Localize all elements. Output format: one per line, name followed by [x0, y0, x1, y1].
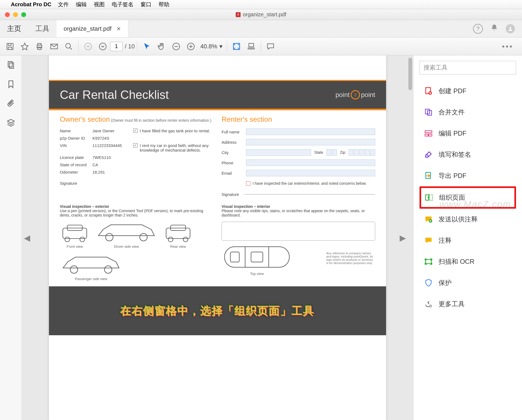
tool-scan-ocr[interactable]: 扫描和 OCR [420, 251, 516, 272]
svg-point-24 [183, 237, 188, 242]
comment-icon[interactable] [263, 39, 278, 54]
selection-tool-icon[interactable] [139, 39, 154, 54]
owner-label-odo: Odometer [60, 170, 92, 174]
user-avatar-icon[interactable] [506, 24, 515, 33]
owner-label-id: p2p Owner ID [60, 136, 92, 140]
maximize-window-button[interactable] [21, 12, 26, 17]
layers-icon[interactable] [7, 119, 15, 129]
tutorial-caption: 在右侧窗格中，选择「组织页面」工具 [120, 303, 315, 318]
menu-help[interactable]: 帮助 [159, 1, 169, 8]
zip-box[interactable] [359, 149, 364, 156]
tool-organize-pages[interactable]: 组织页面 [420, 186, 516, 209]
fit-page-icon[interactable] [229, 39, 244, 54]
menu-file[interactable]: 文件 [58, 1, 69, 8]
help-icon[interactable]: ? [473, 24, 483, 34]
renter-label-address: Address [222, 140, 246, 145]
close-tab-icon[interactable]: ✕ [116, 26, 121, 32]
visual-exterior: Visual inspection – exterior Use a pen (… [60, 204, 213, 281]
renter-fullname-field[interactable] [246, 128, 375, 135]
tool-export-pdf[interactable]: 导出 PDF [420, 165, 516, 186]
svg-rect-14 [10, 63, 14, 68]
car-passenger-label: Passenger side view [75, 277, 107, 281]
document-tabbar: 主页 工具 organize_start.pdf ✕ ? [0, 20, 522, 37]
zoom-select[interactable]: 40.8% ▾ [198, 43, 225, 50]
tool-edit-pdf[interactable]: 编辑 PDF [420, 123, 516, 144]
owner-label-name: Name [60, 128, 92, 133]
close-window-button[interactable] [5, 12, 10, 17]
menu-window[interactable]: 窗口 [141, 1, 151, 8]
svg-rect-41 [429, 195, 432, 200]
svg-point-26 [104, 266, 112, 273]
menu-sign[interactable]: 电子签名 [112, 1, 133, 8]
attachment-icon[interactable] [7, 99, 15, 109]
save-icon[interactable] [3, 39, 17, 54]
owner-value-plate: 7WES110 [92, 155, 133, 160]
chevron-down-icon: ▾ [219, 43, 222, 50]
hand-tool-icon[interactable] [154, 39, 169, 54]
tab-document-active[interactable]: organize_start.pdf ✕ [57, 20, 128, 37]
svg-rect-36 [425, 131, 432, 133]
more-icon[interactable]: ••• [500, 39, 515, 54]
tool-more[interactable]: 更多工具 [420, 293, 516, 315]
collapse-right-panel-icon[interactable]: ▶ [399, 230, 407, 246]
search-icon[interactable] [61, 39, 76, 54]
search-tools-input[interactable]: 搜索工具 [420, 61, 516, 74]
svg-point-8 [100, 43, 106, 50]
renter-address-field[interactable] [246, 139, 375, 145]
vertical-scrollbar[interactable] [408, 58, 412, 90]
expand-left-panel-icon[interactable]: ◀ [23, 230, 31, 246]
owner-subtext: (Owner must fill in section before rente… [111, 118, 212, 123]
mail-icon[interactable] [47, 39, 61, 54]
tool-fill-sign[interactable]: 填写和签名 [420, 144, 516, 165]
page-up-icon[interactable] [81, 39, 95, 54]
tool-create-pdf[interactable]: 创建 PDF [420, 80, 516, 102]
fit-width-icon[interactable] [244, 39, 259, 54]
tool-protect[interactable]: 保护 [420, 272, 516, 293]
tool-comment[interactable]: 注释 [420, 230, 516, 251]
owner-chk2: I rent my car in good faith, without any… [140, 143, 213, 152]
owner-value-id: K93724S [92, 136, 133, 140]
menu-edit[interactable]: 编辑 [76, 1, 87, 8]
svg-point-18 [80, 237, 85, 242]
svg-rect-43 [426, 260, 431, 264]
tool-combine[interactable]: 合并文件 [420, 102, 516, 123]
bookmark-icon[interactable] [7, 80, 15, 90]
tab-tools[interactable]: 工具 [28, 20, 57, 37]
thumbnails-icon[interactable] [7, 61, 15, 71]
tab-home[interactable]: 主页 [0, 20, 28, 37]
state-box[interactable] [332, 149, 337, 156]
left-nav-strip [0, 55, 22, 420]
state-box[interactable] [327, 149, 331, 156]
star-icon[interactable] [17, 39, 32, 54]
zip-box[interactable] [354, 149, 359, 156]
notifications-icon[interactable] [490, 24, 498, 33]
app-name: Acrobat Pro DC [11, 1, 51, 8]
page-down-icon[interactable] [95, 39, 110, 54]
tool-label: 导出 PDF [439, 171, 467, 180]
document-viewport[interactable]: ◀ ▶ Car Rental Checklist point 2 point O… [22, 55, 413, 420]
doc-title: Car Rental Checklist [60, 88, 169, 102]
zoom-in-icon[interactable] [184, 39, 198, 54]
brand-logo: point 2 point [335, 90, 375, 99]
owner-label-state: State of record [60, 162, 92, 167]
menu-view[interactable]: 视图 [94, 1, 105, 8]
zoom-out-icon[interactable] [169, 39, 184, 54]
owner-heading: Owner's section [60, 115, 110, 123]
svg-rect-31 [251, 252, 263, 262]
page-number-input[interactable]: / 10 [110, 42, 135, 51]
traffic-lights [5, 12, 26, 17]
renter-city-field[interactable] [246, 149, 311, 156]
owner-label-plate: Licence plate [60, 155, 92, 160]
disclaimer-text: Any reference to company names and logos… [326, 252, 375, 265]
tool-send-review[interactable]: 发送以供注释 [420, 209, 516, 230]
zip-box[interactable] [370, 149, 375, 156]
svg-rect-1 [7, 43, 13, 49]
page-current-field[interactable] [110, 42, 123, 51]
print-icon[interactable] [32, 39, 47, 54]
minimize-window-button[interactable] [13, 12, 18, 17]
renter-phone-field[interactable] [246, 159, 375, 166]
zip-box[interactable] [365, 149, 370, 156]
zip-box[interactable] [349, 149, 353, 156]
checkbox-icon[interactable] [246, 181, 250, 186]
renter-email-field[interactable] [246, 170, 375, 176]
